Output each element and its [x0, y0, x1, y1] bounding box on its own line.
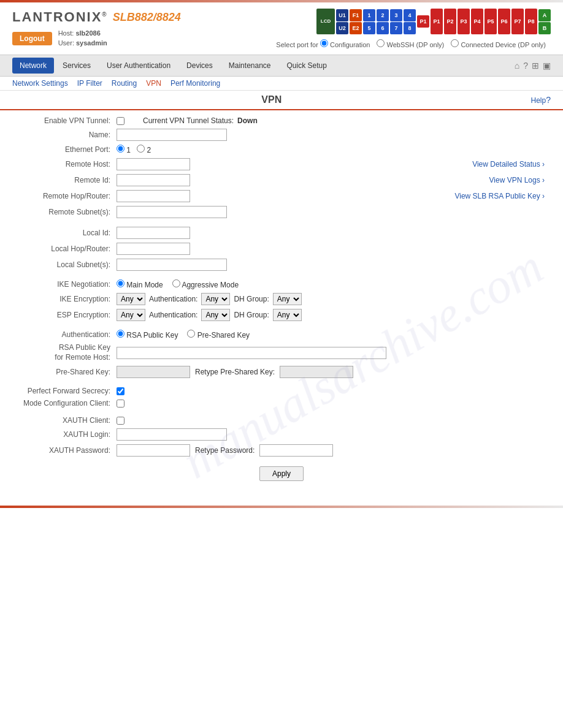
local-subnet-input[interactable] — [117, 259, 227, 271]
conndev-radio-label[interactable]: Connected Device (DP only) — [451, 41, 546, 48]
conndev-radio[interactable] — [451, 39, 459, 47]
config-radio-label[interactable]: Configuration — [320, 41, 370, 48]
remote-host-row: Remote Host: View Detailed Status — [18, 158, 545, 170]
xauth-password-input[interactable] — [117, 444, 190, 457]
home-icon[interactable]: ⌂ — [515, 61, 519, 70]
remote-host-input[interactable] — [117, 158, 190, 170]
port-1[interactable]: 1 — [363, 9, 375, 21]
retype-psk-label: Retype Pre-Shared Key: — [195, 368, 275, 376]
remote-hop-row: Remote Hop/Router: View SLB RSA Public K… — [18, 190, 545, 202]
port-p2[interactable]: P2 — [444, 9, 456, 34]
local-hop-input[interactable] — [117, 243, 190, 255]
subnav-vpn[interactable]: VPN — [146, 79, 161, 88]
port-p1[interactable]: P1 — [417, 15, 429, 28]
ike-dh-select[interactable]: Any — [273, 293, 302, 305]
auth-rsa-label[interactable]: RSA Public Key — [117, 330, 178, 339]
port-p1-single[interactable]: P1 — [431, 9, 443, 34]
ike-auth-select[interactable]: Any — [201, 293, 230, 305]
subnav-ip-filter[interactable]: IP Filter — [77, 79, 102, 88]
port-7[interactable]: 7 — [390, 22, 402, 34]
ike-main-radio[interactable] — [117, 279, 124, 287]
nav-user-auth[interactable]: User Authentication — [99, 58, 178, 74]
port-b[interactable]: B — [538, 22, 551, 34]
remote-subnet-input[interactable] — [117, 206, 227, 218]
ike-aggressive-radio[interactable] — [172, 279, 180, 287]
psk-label: Pre-Shared Key: — [18, 368, 117, 376]
port-p6[interactable]: P6 — [498, 9, 510, 34]
retype-password-input[interactable] — [259, 444, 333, 457]
xauth-login-input[interactable] — [117, 428, 227, 441]
local-id-input[interactable] — [117, 227, 190, 239]
ike-main-label[interactable]: Main Mode — [117, 279, 163, 289]
esp-auth-label: Authentication: — [149, 311, 197, 319]
auth-psk-label[interactable]: Pre-Shared Key — [187, 330, 250, 339]
eth-port-1-radio[interactable] — [117, 145, 124, 153]
eth-port-2-radio[interactable] — [137, 145, 145, 153]
remote-hop-input[interactable] — [117, 190, 190, 202]
content-header: VPN Help? — [0, 91, 563, 110]
esp-encryption-select[interactable]: Any — [117, 309, 145, 321]
nav-services[interactable]: Services — [55, 58, 98, 74]
subnav-routing[interactable]: Routing — [112, 79, 137, 88]
port-f1[interactable]: F1 — [350, 9, 362, 21]
eth-port-2-label[interactable]: 2 — [137, 145, 151, 154]
webssh-radio[interactable] — [377, 39, 385, 47]
name-input[interactable] — [117, 129, 227, 141]
nav-network[interactable]: Network — [12, 58, 54, 74]
monitor-icon[interactable]: ▣ — [543, 61, 551, 70]
view-slb-rsa-link[interactable]: View SLB RSA Public Key — [454, 192, 545, 200]
nav-maintenance[interactable]: Maintenance — [221, 58, 278, 74]
port-6[interactable]: 6 — [377, 22, 389, 34]
name-label: Name: — [18, 131, 117, 139]
main-nav: Network Services User Authentication Dev… — [12, 55, 334, 76]
ike-encryption-select[interactable]: Any — [117, 293, 145, 305]
nav-devices[interactable]: Devices — [179, 58, 220, 74]
rsa-key-input[interactable] — [117, 347, 386, 359]
port-3[interactable]: 3 — [390, 9, 402, 21]
port-p7[interactable]: P7 — [511, 9, 524, 34]
view-vpn-logs-link[interactable]: View VPN Logs — [489, 176, 545, 184]
ike-aggressive-label[interactable]: Aggressive Mode — [172, 279, 239, 289]
xauth-client-checkbox[interactable] — [117, 417, 124, 425]
port-5[interactable]: 5 — [363, 22, 375, 34]
nav-quick-setup[interactable]: Quick Setup — [280, 58, 334, 74]
mode-config-checkbox[interactable] — [117, 400, 124, 408]
auth-rsa-radio[interactable] — [117, 330, 124, 338]
ike-encryption-label: IKE Encryption: — [18, 295, 117, 303]
window-icon[interactable]: ⊞ — [532, 61, 539, 70]
psk-input[interactable] — [117, 366, 190, 378]
help-button[interactable]: Help? — [531, 95, 551, 105]
help-icon[interactable]: ? — [523, 61, 528, 70]
port-p4[interactable]: P4 — [471, 9, 483, 34]
port-8[interactable]: 8 — [404, 22, 416, 34]
port-p8[interactable]: P8 — [525, 9, 537, 34]
retype-psk-input[interactable] — [280, 366, 353, 378]
select-port-area: Select port for Configuration WebSSH (DP… — [276, 39, 551, 48]
esp-auth-select[interactable]: Any — [201, 309, 230, 321]
port-u1[interactable]: U1 — [336, 9, 348, 21]
port-p5[interactable]: P5 — [484, 9, 497, 34]
subnav-network-settings[interactable]: Network Settings — [12, 79, 68, 88]
enable-vpn-checkbox[interactable] — [117, 117, 124, 125]
eth-port-1-label[interactable]: 1 — [117, 145, 131, 154]
ike-negotiation-row: IKE Negotiation: Main Mode Aggressive Mo… — [18, 279, 545, 289]
xauth-password-row: XAUTH Password: Retype Password: — [18, 444, 545, 457]
esp-dh-select[interactable]: Any — [273, 309, 302, 321]
port-a[interactable]: A — [538, 9, 551, 21]
port-e2[interactable]: E2 — [350, 22, 362, 34]
subnav-perf-monitoring[interactable]: Perf Monitoring — [170, 79, 220, 88]
config-radio[interactable] — [320, 39, 328, 47]
port-2[interactable]: 2 — [377, 9, 389, 21]
port-p3[interactable]: P3 — [458, 9, 470, 34]
enable-vpn-label: Enable VPN Tunnel: — [18, 116, 117, 125]
view-detailed-status-link[interactable]: View Detailed Status — [472, 160, 545, 169]
port-u2[interactable]: U2 — [336, 22, 348, 34]
remote-id-input[interactable] — [117, 174, 190, 186]
webssh-radio-label[interactable]: WebSSH (DP only) — [377, 41, 444, 48]
logout-button[interactable]: Logout — [12, 32, 52, 45]
apply-button[interactable]: Apply — [259, 466, 304, 481]
auth-psk-radio[interactable] — [187, 330, 195, 338]
port-lcd[interactable]: LCD — [316, 9, 335, 34]
pfs-checkbox[interactable] — [117, 387, 124, 395]
port-4[interactable]: 4 — [404, 9, 416, 21]
